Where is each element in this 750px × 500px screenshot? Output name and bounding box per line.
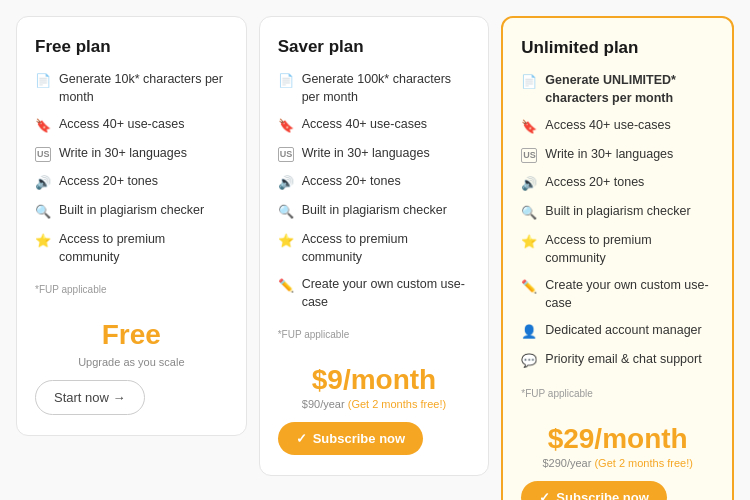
feature-item: 🔖Access 40+ use-cases [278, 116, 471, 135]
feature-item: 🔍Built in plagiarism checker [521, 203, 714, 222]
feature-icon: 🔍 [521, 204, 537, 222]
feature-item: 🔖Access 40+ use-cases [35, 116, 228, 135]
feature-text: Write in 30+ languages [545, 146, 673, 164]
feature-item: ⭐Access to premium community [35, 231, 228, 266]
features-list-free: 📄Generate 10k* characters per month🔖Acce… [35, 71, 228, 276]
feature-item: ✏️Create your own custom use-case [278, 276, 471, 311]
upgrade-text: Upgrade as you scale [35, 356, 228, 368]
feature-item: ⭐Access to premium community [521, 232, 714, 267]
features-list-unlimited: 📄Generate UNLIMITED* characters per mont… [521, 72, 714, 380]
feature-icon: 📄 [278, 72, 294, 90]
fup-note: *FUP applicable [521, 388, 714, 399]
feature-item: 🔖Access 40+ use-cases [521, 117, 714, 136]
feature-icon: ✏️ [521, 278, 537, 296]
feature-icon: 📄 [521, 73, 537, 91]
plan-card-free: Free plan📄Generate 10k* characters per m… [16, 16, 247, 436]
price-main: Free [35, 319, 228, 351]
subscribe-button-unlimited[interactable]: ✓ Subscribe now [521, 481, 666, 500]
feature-text: Access 20+ tones [302, 173, 401, 191]
feature-item: 👤Dedicated account manager [521, 322, 714, 341]
feature-item: ⭐Access to premium community [278, 231, 471, 266]
feature-icon: 🔖 [35, 117, 51, 135]
button-label: Subscribe now [313, 431, 405, 446]
feature-item: USWrite in 30+ languages [521, 146, 714, 164]
plan-title-saver: Saver plan [278, 37, 471, 57]
feature-item: ✏️Create your own custom use-case [521, 277, 714, 312]
feature-item: 📄Generate 10k* characters per month [35, 71, 228, 106]
feature-text: Priority email & chat support [545, 351, 701, 369]
feature-text: Dedicated account manager [545, 322, 701, 340]
feature-text: Access to premium community [59, 231, 228, 266]
feature-icon: 🔖 [521, 118, 537, 136]
feature-text: Write in 30+ languages [302, 145, 430, 163]
feature-text: Access 20+ tones [545, 174, 644, 192]
price-sub: $290/year (Get 2 months free!) [521, 457, 714, 469]
feature-item: 🔍Built in plagiarism checker [278, 202, 471, 221]
feature-item: 📄Generate 100k* characters per month [278, 71, 471, 106]
feature-icon: ⭐ [35, 232, 51, 250]
feature-text: Built in plagiarism checker [59, 202, 204, 220]
feature-text: Write in 30+ languages [59, 145, 187, 163]
feature-item: USWrite in 30+ languages [278, 145, 471, 163]
feature-icon: 🔊 [278, 174, 294, 192]
features-list-saver: 📄Generate 100k* characters per month🔖Acc… [278, 71, 471, 321]
plan-card-saver: Saver plan📄Generate 100k* characters per… [259, 16, 490, 476]
price-section-free: FreeUpgrade as you scaleStart now → [35, 319, 228, 415]
feature-text: Access 40+ use-cases [59, 116, 184, 134]
feature-text: Built in plagiarism checker [302, 202, 447, 220]
feature-icon: ⭐ [278, 232, 294, 250]
check-icon: ✓ [296, 431, 307, 446]
plan-card-unlimited: Unlimited plan📄Generate UNLIMITED* chara… [501, 16, 734, 500]
feature-icon: 🔊 [521, 175, 537, 193]
feature-text: Access 20+ tones [59, 173, 158, 191]
price-section-unlimited: $29/month$290/year (Get 2 months free!)✓… [521, 423, 714, 500]
plans-container: Free plan📄Generate 10k* characters per m… [16, 16, 734, 500]
feature-text: Create your own custom use-case [302, 276, 471, 311]
feature-text: Generate 100k* characters per month [302, 71, 471, 106]
subscribe-button-saver[interactable]: ✓ Subscribe now [278, 422, 423, 455]
feature-item: 🔊Access 20+ tones [521, 174, 714, 193]
plan-title-free: Free plan [35, 37, 228, 57]
feature-item: 🔊Access 20+ tones [278, 173, 471, 192]
button-label: Subscribe now [556, 490, 648, 500]
feature-text: Access to premium community [545, 232, 714, 267]
price-main: $29/month [521, 423, 714, 455]
feature-icon: 💬 [521, 352, 537, 370]
feature-item: 🔊Access 20+ tones [35, 173, 228, 192]
button-label: Start now → [54, 390, 126, 405]
feature-icon: ⭐ [521, 233, 537, 251]
price-main: $9/month [278, 364, 471, 396]
feature-text: Access to premium community [302, 231, 471, 266]
feature-text: Generate 10k* characters per month [59, 71, 228, 106]
fup-note: *FUP applicable [35, 284, 228, 295]
plan-title-unlimited: Unlimited plan [521, 38, 714, 58]
fup-note: *FUP applicable [278, 329, 471, 340]
check-icon: ✓ [539, 490, 550, 500]
feature-icon: 👤 [521, 323, 537, 341]
price-section-saver: $9/month$90/year (Get 2 months free!)✓ S… [278, 364, 471, 455]
feature-icon: 🔍 [278, 203, 294, 221]
feature-item: 📄Generate UNLIMITED* characters per mont… [521, 72, 714, 107]
feature-text: Generate UNLIMITED* characters per month [545, 72, 714, 107]
feature-item: 💬Priority email & chat support [521, 351, 714, 370]
feature-text: Built in plagiarism checker [545, 203, 690, 221]
feature-item: 🔍Built in plagiarism checker [35, 202, 228, 221]
feature-icon: 🔍 [35, 203, 51, 221]
price-sub: $90/year (Get 2 months free!) [278, 398, 471, 410]
feature-icon: US [521, 148, 537, 163]
feature-icon: 🔖 [278, 117, 294, 135]
feature-text: Access 40+ use-cases [545, 117, 670, 135]
subscribe-button-free[interactable]: Start now → [35, 380, 145, 415]
feature-text: Create your own custom use-case [545, 277, 714, 312]
feature-text: Access 40+ use-cases [302, 116, 427, 134]
feature-icon: 🔊 [35, 174, 51, 192]
feature-icon: US [35, 147, 51, 162]
feature-icon: ✏️ [278, 277, 294, 295]
feature-icon: US [278, 147, 294, 162]
feature-icon: 📄 [35, 72, 51, 90]
feature-item: USWrite in 30+ languages [35, 145, 228, 163]
